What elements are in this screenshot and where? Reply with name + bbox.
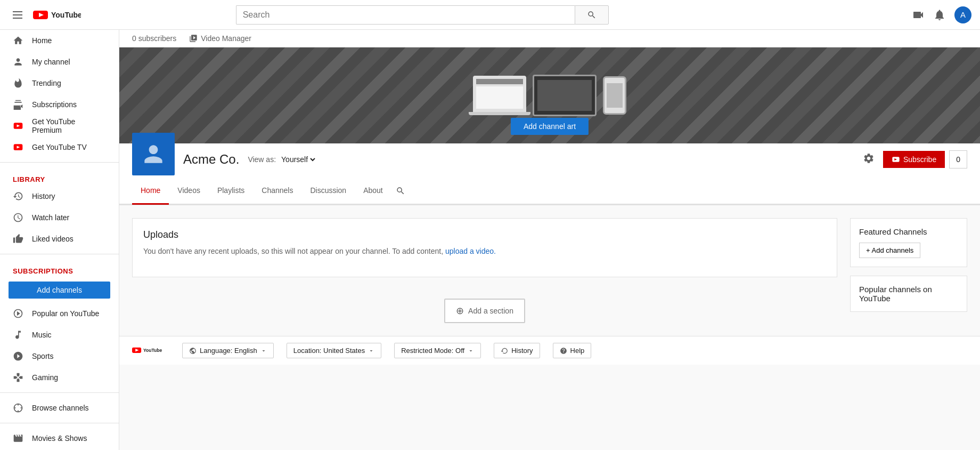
video-manager-button[interactable]: Video Manager xyxy=(189,34,251,43)
add-section-button[interactable]: ⊕ Add a section xyxy=(444,299,525,323)
channel-avatar xyxy=(132,133,175,175)
page-content: Uploads You don't have any recent upload… xyxy=(119,205,980,336)
upload-button[interactable] xyxy=(912,9,925,21)
tab-about[interactable]: About xyxy=(355,180,391,205)
subscribe-area: Subscribe 0 xyxy=(883,150,967,168)
help-button[interactable]: Help xyxy=(553,343,592,358)
sidebar-item-label: Sports xyxy=(32,352,53,360)
subscribe-button[interactable]: Subscribe xyxy=(883,151,945,168)
sidebar-item-my-channel[interactable]: My channel xyxy=(0,51,119,73)
language-label: Language: English xyxy=(200,347,257,355)
location-chevron-icon xyxy=(368,348,374,354)
channel-name: Acme Co. xyxy=(183,152,239,167)
channel-art: Add channel art xyxy=(119,47,980,143)
footer: YouTube Language: English Location: Unit… xyxy=(119,336,980,365)
sidebar-item-sports[interactable]: Sports xyxy=(0,345,119,367)
youtube-premium-icon xyxy=(13,120,23,131)
subscriptions-section-title: SUBSCRIPTIONS xyxy=(0,259,119,277)
view-as-selector[interactable]: View as: Yourself Public xyxy=(248,155,317,164)
sidebar-item-label: History xyxy=(32,192,55,200)
header: YouTube A xyxy=(0,0,980,30)
add-channel-art-button[interactable]: Add channel art xyxy=(511,118,589,135)
movies-icon xyxy=(13,433,23,444)
sidebar-item-browse-channels[interactable]: Browse channels xyxy=(0,397,119,419)
sidebar-item-music[interactable]: Music xyxy=(0,324,119,345)
search-button[interactable] xyxy=(575,5,609,25)
device-laptop-wrapper xyxy=(473,76,526,115)
uploads-title: Uploads xyxy=(143,229,826,240)
library-section-title: LIBRARY xyxy=(0,167,119,186)
right-sidebar: Featured Channels + Add channels Popular… xyxy=(850,218,967,323)
location-selector[interactable]: Location: United States xyxy=(287,343,381,358)
sidebar-item-trending[interactable]: Trending xyxy=(0,73,119,94)
search-area xyxy=(236,5,609,25)
menu-button[interactable] xyxy=(9,7,27,23)
popular-icon xyxy=(13,308,23,319)
upload-video-link[interactable]: upload a video. xyxy=(445,247,496,255)
sidebar-item-gaming[interactable]: Gaming xyxy=(0,367,119,388)
uploads-empty-description: You don't have any recent uploads, so th… xyxy=(143,247,443,255)
tab-home[interactable]: Home xyxy=(132,180,169,205)
sidebar-item-get-tv[interactable]: Get YouTube TV xyxy=(0,136,119,158)
header-left: YouTube xyxy=(9,7,81,23)
notifications-button[interactable] xyxy=(933,9,946,21)
subscribe-label: Subscribe xyxy=(903,155,936,164)
channel-header: 0 subscribers Video Manager xyxy=(119,30,980,205)
sidebar-item-liked-videos[interactable]: Liked videos xyxy=(0,228,119,250)
sidebar-item-subscriptions[interactable]: Subscriptions xyxy=(0,94,119,115)
featured-channels-box: Featured Channels + Add channels xyxy=(850,218,967,267)
popular-channels-title: Popular channels on YouTube xyxy=(859,285,958,303)
uploads-empty-text: You don't have any recent uploads, so th… xyxy=(143,247,826,255)
add-section-label: Add a section xyxy=(468,307,513,315)
sidebar-item-get-premium[interactable]: Get YouTube Premium xyxy=(0,115,119,136)
svg-text:YouTube: YouTube xyxy=(143,348,162,353)
sidebar-item-history[interactable]: History xyxy=(0,186,119,207)
channel-art-devices xyxy=(473,75,626,116)
footer-logo[interactable]: YouTube xyxy=(132,347,169,355)
restricted-chevron-icon xyxy=(468,348,474,354)
device-laptop xyxy=(473,76,526,112)
search-input[interactable] xyxy=(236,5,575,25)
music-icon xyxy=(13,330,23,340)
subscribe-count: 0 xyxy=(949,150,967,168)
sidebar-item-label: Popular on YouTube xyxy=(32,309,99,318)
view-as-dropdown[interactable]: Yourself Public xyxy=(279,155,317,164)
home-icon xyxy=(13,35,23,46)
sidebar-item-home[interactable]: Home xyxy=(0,30,119,51)
tab-playlists[interactable]: Playlists xyxy=(209,180,253,205)
account-avatar[interactable]: A xyxy=(954,6,971,23)
tab-discussion[interactable]: Discussion xyxy=(301,180,355,205)
sidebar-item-popular[interactable]: Popular on YouTube xyxy=(0,303,119,324)
main-content-area: 0 subscribers Video Manager xyxy=(119,30,980,450)
restricted-mode-selector[interactable]: Restricted Mode: Off xyxy=(394,343,481,358)
tab-search-button[interactable] xyxy=(391,180,410,204)
sidebar-item-label: Watch later xyxy=(32,213,69,222)
sports-icon xyxy=(13,351,23,361)
device-phone xyxy=(603,76,626,115)
logo[interactable]: YouTube xyxy=(33,10,81,20)
watch-later-icon xyxy=(13,212,23,223)
tab-videos[interactable]: Videos xyxy=(169,180,209,205)
youtube-tv-icon xyxy=(13,142,23,152)
sidebar-item-watch-later[interactable]: Watch later xyxy=(0,207,119,228)
language-chevron-icon xyxy=(260,348,267,354)
add-channels-button[interactable]: Add channels xyxy=(9,282,110,299)
laptop-bar xyxy=(476,79,523,84)
history-button[interactable]: History xyxy=(494,343,540,358)
channel-settings-button[interactable] xyxy=(863,152,875,167)
add-featured-channels-button[interactable]: + Add channels xyxy=(859,243,920,258)
help-label: Help xyxy=(570,347,585,355)
sidebar-item-movies-shows[interactable]: Movies & Shows xyxy=(0,428,119,449)
uploads-section: Uploads You don't have any recent upload… xyxy=(132,218,837,277)
popular-channels-box: Popular channels on YouTube xyxy=(850,276,967,312)
history-footer-label: History xyxy=(511,347,533,355)
device-tv xyxy=(533,75,597,116)
phone-screen xyxy=(607,83,623,108)
sidebar-item-label: Movies & Shows xyxy=(32,434,87,443)
liked-icon xyxy=(13,234,23,244)
restricted-label: Restricted Mode: Off xyxy=(401,347,464,355)
tab-channels[interactable]: Channels xyxy=(253,180,301,205)
svg-text:YouTube: YouTube xyxy=(51,11,81,19)
person-icon xyxy=(13,57,23,67)
language-selector[interactable]: Language: English xyxy=(182,343,274,358)
